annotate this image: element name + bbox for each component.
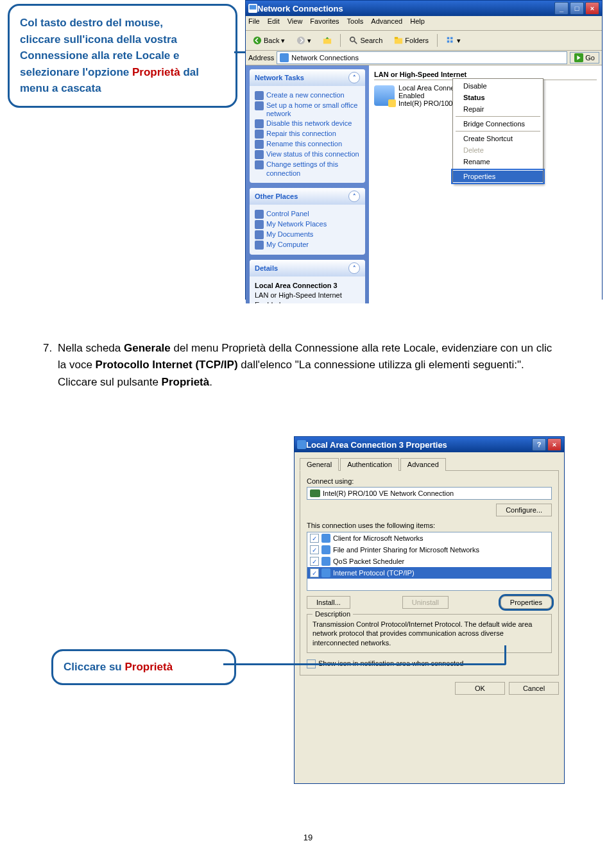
network-connections-window: Network Connections _ □ × File Edit View… <box>245 0 603 300</box>
tab-authentication[interactable]: Authentication <box>340 458 399 471</box>
step-7-text: Nella scheda Generale del menu Proprietà… <box>42 340 556 391</box>
connection-icon <box>297 440 306 449</box>
ctx-repair[interactable]: Repair <box>453 103 543 115</box>
minimize-button[interactable]: _ <box>554 2 569 15</box>
svg-rect-15 <box>297 440 306 449</box>
place-link[interactable]: My Computer <box>255 241 360 250</box>
panel-header[interactable]: Other Places˄ <box>250 188 365 205</box>
menu-file[interactable]: File <box>248 17 260 29</box>
panel-header[interactable]: Details˄ <box>250 260 365 276</box>
menu-advanced[interactable]: Advanced <box>371 17 402 29</box>
task-link[interactable]: Repair this connection <box>255 130 360 139</box>
ctx-status[interactable]: Status <box>453 92 543 103</box>
up-button[interactable] <box>318 34 336 47</box>
ctx-rename[interactable]: Rename <box>453 156 543 167</box>
checkbox-icon[interactable]: ✓ <box>310 534 319 543</box>
network-icon <box>248 4 257 13</box>
task-link[interactable]: View status of this connection <box>255 150 360 159</box>
menubar: File Edit View Favorites Tools Advanced … <box>246 16 602 31</box>
task-icon <box>255 91 264 100</box>
maximize-button[interactable]: □ <box>570 2 584 15</box>
task-label: Rename this connection <box>266 140 342 148</box>
ctx-shortcut[interactable]: Create Shortcut <box>453 133 543 144</box>
panel-title: Details <box>255 264 278 272</box>
views-icon <box>446 36 455 45</box>
tab-general[interactable]: General <box>300 458 339 471</box>
svg-point-5 <box>350 37 355 42</box>
ok-button[interactable]: OK <box>455 682 505 695</box>
task-link[interactable]: Set up a home or small office network <box>255 101 360 118</box>
folders-icon <box>394 36 403 45</box>
details-panel: Details˄ Local Area Connection 3 LAN or … <box>250 260 365 303</box>
task-link[interactable]: Create a new connection <box>255 91 360 100</box>
go-label: Go <box>585 54 595 62</box>
install-button[interactable]: Install... <box>307 596 350 609</box>
list-item[interactable]: ✓File and Printer Sharing for Microsoft … <box>307 544 551 556</box>
connect-using-label: Connect using: <box>307 477 552 485</box>
cancel-button[interactable]: Cancel <box>509 682 559 695</box>
nic-icon <box>310 489 320 497</box>
text: Nella scheda <box>58 342 124 354</box>
svg-rect-9 <box>447 37 450 40</box>
component-icon <box>321 534 330 543</box>
list-item-selected[interactable]: ✓Internet Protocol (TCP/IP) <box>307 567 551 579</box>
ctx-bridge[interactable]: Bridge Connections <box>453 118 543 130</box>
address-field[interactable]: Network Connections <box>277 51 567 64</box>
separator <box>437 34 438 47</box>
properties-button[interactable]: Properties <box>501 596 552 609</box>
item-label: Client for Microsoft Networks <box>333 534 424 542</box>
svg-rect-4 <box>323 38 331 44</box>
folders-button[interactable]: Folders <box>389 34 433 47</box>
list-item[interactable]: ✓Client for Microsoft Networks <box>307 532 551 544</box>
ctx-delete: Delete <box>453 144 543 156</box>
go-button[interactable]: Go <box>570 52 599 64</box>
tab-advanced[interactable]: Advanced <box>400 458 446 471</box>
ctx-disable[interactable]: Disable <box>453 80 543 92</box>
menu-tools[interactable]: Tools <box>347 17 364 29</box>
separator <box>456 116 540 117</box>
panel-header[interactable]: Network Tasks˄ <box>250 69 365 86</box>
checkbox-icon[interactable]: ✓ <box>310 568 319 577</box>
task-link[interactable]: Disable this network device <box>255 119 360 128</box>
task-icon <box>255 101 264 110</box>
ctx-properties[interactable]: Properties <box>453 171 543 182</box>
separator <box>340 34 341 47</box>
details-name: Local Area Connection 3 <box>255 282 360 290</box>
item-label: File and Printer Sharing for Microsoft N… <box>333 546 479 554</box>
svg-rect-7 <box>395 38 402 44</box>
folder-up-icon <box>323 36 332 45</box>
views-button[interactable]: ▾ <box>441 34 465 47</box>
place-link[interactable]: My Network Places <box>255 220 360 229</box>
back-button[interactable]: Back ▾ <box>248 34 289 47</box>
task-label: Repair this connection <box>266 130 336 138</box>
context-menu: Disable Status Repair Bridge Connections… <box>452 78 543 184</box>
text-bold: Protocollo Internet (TCP/IP) <box>96 359 238 371</box>
list-item[interactable]: ✓QoS Packet Scheduler <box>307 556 551 567</box>
place-link[interactable]: My Documents <box>255 230 360 239</box>
menu-view[interactable]: View <box>287 17 303 29</box>
task-label: Set up a home or small office network <box>266 101 360 118</box>
address-bar: Address Network Connections Go <box>246 51 602 65</box>
task-link[interactable]: Change settings of this connection <box>255 160 360 177</box>
help-button[interactable]: ? <box>532 438 546 451</box>
configure-button[interactable]: Configure... <box>496 504 552 516</box>
items-listbox[interactable]: ✓Client for Microsoft Networks ✓File and… <box>307 532 552 591</box>
text-bold: Proprietà <box>162 376 210 388</box>
forward-button[interactable]: ▾ <box>292 34 316 47</box>
menu-favorites[interactable]: Favorites <box>310 17 339 29</box>
close-button[interactable]: × <box>547 438 561 451</box>
place-icon <box>255 230 264 239</box>
place-link[interactable]: Control Panel <box>255 210 360 219</box>
description-text: Transmission Control Protocol/Internet P… <box>312 620 546 647</box>
search-button[interactable]: Search <box>345 34 387 47</box>
close-button[interactable]: × <box>585 2 599 15</box>
task-link[interactable]: Rename this connection <box>255 140 360 149</box>
svg-rect-12 <box>450 40 453 43</box>
svg-line-6 <box>354 41 357 44</box>
dialog-titlebar: Local Area Connection 3 Properties ? × <box>295 437 564 452</box>
checkbox-icon[interactable]: ✓ <box>310 557 319 566</box>
back-label: Back <box>264 37 279 44</box>
checkbox-icon[interactable]: ✓ <box>310 545 319 554</box>
menu-help[interactable]: Help <box>410 17 425 29</box>
menu-edit[interactable]: Edit <box>268 17 280 29</box>
